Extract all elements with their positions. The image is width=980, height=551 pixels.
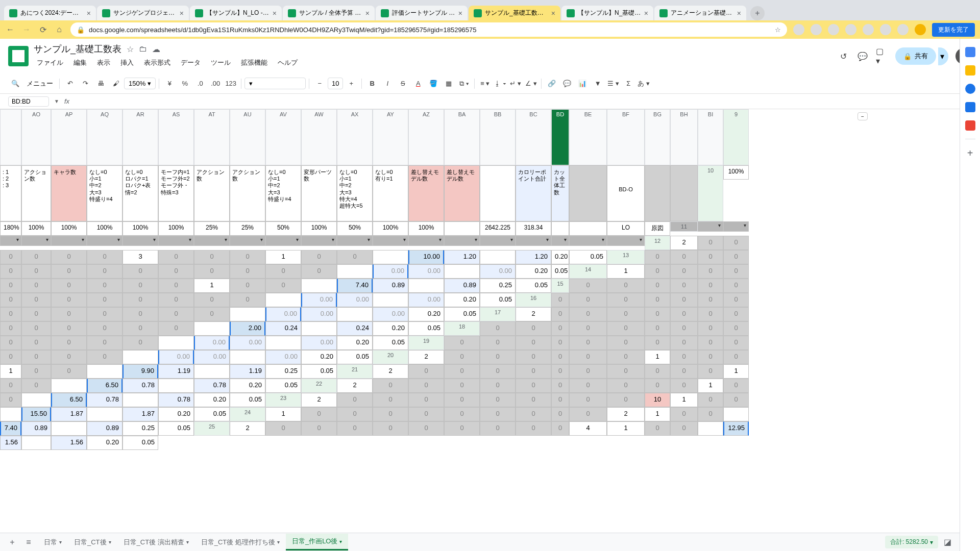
cell[interactable]: 2 — [607, 407, 645, 421]
menu-item[interactable]: データ — [178, 56, 204, 69]
menu-item[interactable]: 編集 — [70, 56, 90, 69]
filter-cell[interactable] — [51, 236, 87, 246]
header-cell[interactable]: アクション数 — [230, 165, 265, 221]
functions-icon[interactable]: Σ — [621, 77, 635, 91]
cell[interactable]: 0 — [444, 350, 480, 364]
cell[interactable]: 0.20 — [444, 293, 480, 307]
rotate-icon[interactable]: ∠ ▾ — [524, 77, 538, 91]
cell[interactable]: 0.00 — [194, 336, 230, 350]
cell[interactable]: 0 — [670, 407, 698, 421]
cell[interactable]: 0 — [569, 293, 607, 307]
cell[interactable]: 0 — [723, 336, 749, 350]
cell[interactable]: 0 — [21, 321, 51, 336]
cell[interactable]: 100% — [21, 221, 51, 236]
row-header[interactable]: 21 — [337, 364, 373, 379]
column-header[interactable]: BD — [551, 109, 569, 165]
column-header[interactable]: AT — [194, 109, 230, 165]
decimal-inc-icon[interactable]: .00 — [208, 77, 223, 91]
menu-item[interactable]: 挿入 — [117, 56, 137, 69]
new-tab-button[interactable]: + — [750, 6, 765, 20]
filter-cell[interactable] — [230, 236, 265, 246]
close-icon[interactable]: × — [737, 9, 741, 17]
column-header[interactable]: AW — [301, 109, 337, 165]
cell[interactable]: 100% — [301, 221, 337, 236]
cell[interactable]: 1 — [265, 250, 301, 264]
star-icon[interactable]: ☆ — [127, 44, 134, 54]
cell[interactable]: 0 — [607, 350, 645, 364]
cell[interactable]: 0 — [607, 364, 645, 379]
filter-cell[interactable] — [87, 236, 122, 246]
more-formats[interactable]: 123 — [224, 77, 238, 91]
contacts-icon[interactable] — [965, 102, 975, 112]
cell[interactable]: 0 — [0, 336, 21, 350]
cell[interactable]: 0.05 — [480, 293, 516, 307]
cell[interactable]: 0.78 — [87, 393, 122, 407]
cell[interactable]: 0 — [607, 307, 645, 321]
cell[interactable]: 0 — [444, 336, 480, 350]
valign-icon[interactable]: ⭳ ▾ — [493, 77, 507, 91]
cell[interactable]: 0 — [698, 264, 723, 279]
cell[interactable]: 0 — [21, 307, 51, 321]
cell[interactable]: 0 — [480, 336, 516, 350]
cell[interactable]: 0 — [21, 336, 51, 350]
cell[interactable]: 0 — [265, 279, 301, 293]
column-header[interactable]: AU — [230, 109, 265, 165]
cell[interactable]: 0 — [0, 393, 21, 407]
cell[interactable] — [265, 336, 301, 350]
profile-icon[interactable] — [915, 24, 926, 35]
cell[interactable]: 10.00 — [408, 250, 444, 264]
update-button[interactable]: 更新を完了 — [932, 23, 975, 37]
cell[interactable]: 0.05 — [265, 379, 301, 393]
cell[interactable]: 1.20 — [444, 250, 480, 264]
cell[interactable] — [21, 393, 51, 407]
cell[interactable]: 1 — [698, 379, 723, 393]
cell[interactable]: 0.00 — [373, 307, 408, 321]
cell[interactable]: 0 — [122, 307, 158, 321]
cell[interactable]: 0.20 — [516, 264, 551, 279]
cell[interactable] — [698, 421, 723, 436]
cell[interactable]: 1.87 — [51, 407, 87, 421]
filter-cell[interactable] — [194, 236, 230, 246]
extension-icon[interactable] — [880, 24, 891, 35]
cell[interactable]: 7.40 — [337, 279, 373, 293]
cell[interactable]: 0 — [551, 364, 569, 379]
header-cell[interactable]: なし=0 ロパク=1 ロパク+表情=2 — [122, 165, 158, 221]
cell[interactable]: 2 — [337, 379, 373, 393]
row-header[interactable]: 17 — [480, 307, 516, 321]
cell[interactable]: 0 — [723, 350, 749, 364]
filter-cell[interactable] — [21, 236, 51, 246]
row-header[interactable]: 18 — [444, 321, 480, 336]
cell[interactable]: 0 — [0, 379, 21, 393]
cell[interactable]: 0 — [516, 421, 551, 436]
cell[interactable]: 100% — [373, 221, 408, 236]
reload-icon[interactable]: ⟳ — [38, 24, 48, 35]
filter-cell[interactable] — [337, 236, 373, 246]
cell[interactable]: 0 — [723, 379, 749, 393]
cell[interactable] — [158, 336, 194, 350]
cell[interactable] — [51, 379, 87, 393]
cell[interactable]: 0.00 — [194, 350, 230, 364]
cell[interactable]: 0 — [670, 350, 698, 364]
header-cell[interactable]: BD-O — [607, 165, 645, 221]
filter-cell[interactable] — [408, 236, 444, 246]
cell[interactable]: 0 — [607, 321, 645, 336]
cell[interactable]: 0.00 — [408, 264, 444, 279]
fontsize-input[interactable]: 10 — [328, 78, 343, 89]
cell[interactable]: 0 — [158, 250, 194, 264]
cell[interactable]: 0 — [230, 279, 265, 293]
sheet-tab[interactable]: 日常_作画LO後 ▾ — [286, 534, 349, 548]
cell[interactable]: 0 — [723, 279, 749, 293]
cell[interactable] — [230, 307, 265, 321]
cell[interactable] — [87, 364, 122, 379]
cell[interactable]: 2 — [373, 364, 408, 379]
cell[interactable]: 0 — [645, 364, 670, 379]
column-header[interactable]: BI — [698, 109, 723, 165]
cell[interactable]: LO — [607, 221, 645, 236]
search-icon[interactable]: 🔍 — [8, 77, 22, 91]
cell[interactable] — [51, 421, 87, 436]
cell[interactable]: 0 — [670, 321, 698, 336]
cell[interactable]: 0 — [551, 350, 569, 364]
cell[interactable]: 0 — [670, 336, 698, 350]
calendar-icon[interactable] — [965, 47, 975, 57]
decimal-dec-icon[interactable]: .0 — [193, 77, 207, 91]
